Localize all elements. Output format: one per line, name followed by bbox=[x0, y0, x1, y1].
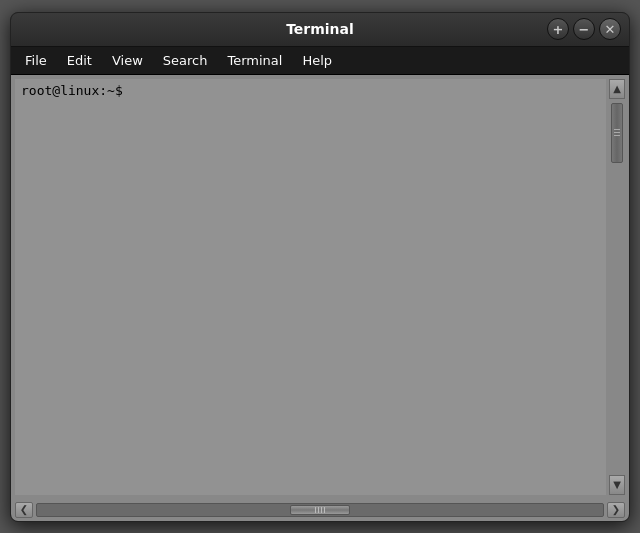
grip-line-2 bbox=[614, 132, 620, 133]
vscroll-grip bbox=[614, 129, 620, 136]
menu-view[interactable]: View bbox=[102, 50, 153, 71]
hgrip-line-2 bbox=[318, 507, 319, 513]
terminal-output: root@linux:~$ bbox=[15, 79, 606, 495]
minimize-button[interactable]: − bbox=[573, 18, 595, 40]
scroll-right-arrow[interactable]: ❯ bbox=[607, 502, 625, 518]
scroll-left-arrow[interactable]: ❮ bbox=[15, 502, 33, 518]
menu-terminal[interactable]: Terminal bbox=[217, 50, 292, 71]
menu-help[interactable]: Help bbox=[292, 50, 342, 71]
menu-file[interactable]: File bbox=[15, 50, 57, 71]
terminal-area[interactable]: root@linux:~$ bbox=[15, 79, 606, 495]
close-button[interactable]: ✕ bbox=[599, 18, 621, 40]
window-title: Terminal bbox=[286, 21, 354, 37]
menubar: File Edit View Search Terminal Help bbox=[11, 47, 629, 75]
grip-line-3 bbox=[614, 135, 620, 136]
vscroll-track[interactable] bbox=[610, 99, 624, 475]
vertical-scrollbar: ▲ ▼ bbox=[609, 79, 625, 495]
hscroll-thumb[interactable] bbox=[290, 505, 350, 515]
menu-edit[interactable]: Edit bbox=[57, 50, 102, 71]
horizontal-scrollbar: ❮ ❯ bbox=[11, 499, 629, 521]
titlebar: Terminal + − ✕ bbox=[11, 13, 629, 47]
hscroll-track[interactable] bbox=[36, 503, 604, 517]
menu-search[interactable]: Search bbox=[153, 50, 218, 71]
content-wrapper: root@linux:~$ ▲ ▼ bbox=[11, 75, 629, 499]
terminal-window: Terminal + − ✕ File Edit View Search Ter… bbox=[10, 12, 630, 522]
grip-line-1 bbox=[614, 129, 620, 130]
prompt-text: root@linux:~$ bbox=[21, 83, 123, 98]
add-button[interactable]: + bbox=[547, 18, 569, 40]
scroll-up-arrow[interactable]: ▲ bbox=[609, 79, 625, 99]
hgrip-line-3 bbox=[321, 507, 322, 513]
hscroll-grip bbox=[315, 507, 325, 513]
scroll-down-arrow[interactable]: ▼ bbox=[609, 475, 625, 495]
hgrip-line-1 bbox=[315, 507, 316, 513]
titlebar-buttons: + − ✕ bbox=[547, 18, 621, 40]
hgrip-line-4 bbox=[324, 507, 325, 513]
prompt-line: root@linux:~$ bbox=[21, 83, 600, 98]
vscroll-thumb[interactable] bbox=[611, 103, 623, 163]
